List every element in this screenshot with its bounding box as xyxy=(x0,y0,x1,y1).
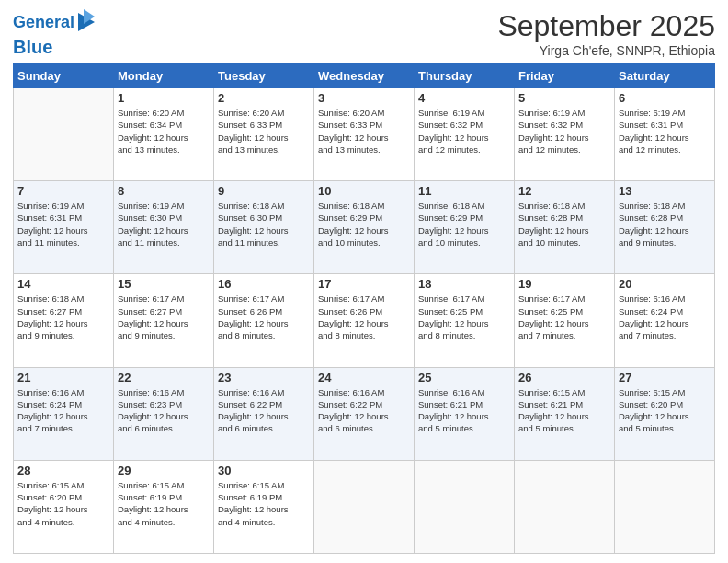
day-info: Sunrise: 6:16 AM Sunset: 6:24 PM Dayligh… xyxy=(619,293,711,341)
calendar-cell: 28Sunrise: 6:15 AM Sunset: 6:20 PM Dayli… xyxy=(14,460,114,553)
calendar-week-row: 21Sunrise: 6:16 AM Sunset: 6:24 PM Dayli… xyxy=(14,367,715,460)
calendar-table: SundayMondayTuesdayWednesdayThursdayFrid… xyxy=(13,63,715,554)
day-number: 26 xyxy=(518,371,610,385)
day-info: Sunrise: 6:17 AM Sunset: 6:25 PM Dayligh… xyxy=(418,293,510,341)
calendar-cell: 1Sunrise: 6:20 AM Sunset: 6:34 PM Daylig… xyxy=(114,88,214,181)
day-number: 3 xyxy=(318,91,410,105)
day-number: 2 xyxy=(218,91,310,105)
calendar-week-row: 1Sunrise: 6:20 AM Sunset: 6:34 PM Daylig… xyxy=(14,88,715,181)
day-number: 4 xyxy=(418,91,510,105)
day-info: Sunrise: 6:17 AM Sunset: 6:26 PM Dayligh… xyxy=(318,293,410,341)
calendar-cell: 7Sunrise: 6:19 AM Sunset: 6:31 PM Daylig… xyxy=(14,181,114,274)
day-info: Sunrise: 6:18 AM Sunset: 6:28 PM Dayligh… xyxy=(518,200,610,248)
day-number: 23 xyxy=(218,371,310,385)
calendar-cell: 20Sunrise: 6:16 AM Sunset: 6:24 PM Dayli… xyxy=(615,274,715,367)
calendar-cell: 11Sunrise: 6:18 AM Sunset: 6:29 PM Dayli… xyxy=(415,181,515,274)
weekday-header: Tuesday xyxy=(214,64,314,88)
day-info: Sunrise: 6:19 AM Sunset: 6:30 PM Dayligh… xyxy=(118,200,210,248)
day-number: 8 xyxy=(118,184,210,198)
calendar-cell: 12Sunrise: 6:18 AM Sunset: 6:28 PM Dayli… xyxy=(515,181,615,274)
logo-text: General xyxy=(13,14,74,32)
day-info: Sunrise: 6:16 AM Sunset: 6:23 PM Dayligh… xyxy=(118,386,210,435)
day-info: Sunrise: 6:16 AM Sunset: 6:24 PM Dayligh… xyxy=(17,386,109,435)
calendar-cell: 23Sunrise: 6:16 AM Sunset: 6:22 PM Dayli… xyxy=(214,367,314,460)
header: General Blue September 2025 Yirga Ch'efe… xyxy=(13,9,715,58)
weekday-header: Sunday xyxy=(14,64,114,88)
day-info: Sunrise: 6:20 AM Sunset: 6:33 PM Dayligh… xyxy=(318,107,410,155)
calendar-cell: 13Sunrise: 6:18 AM Sunset: 6:28 PM Dayli… xyxy=(615,181,715,274)
day-info: Sunrise: 6:19 AM Sunset: 6:32 PM Dayligh… xyxy=(518,107,610,155)
logo-blue: Blue xyxy=(13,37,52,57)
day-info: Sunrise: 6:15 AM Sunset: 6:21 PM Dayligh… xyxy=(518,386,610,435)
day-number: 25 xyxy=(418,371,510,385)
day-info: Sunrise: 6:19 AM Sunset: 6:31 PM Dayligh… xyxy=(17,200,109,248)
title-block: September 2025 Yirga Ch'efe, SNNPR, Ethi… xyxy=(497,9,715,58)
calendar-cell: 26Sunrise: 6:15 AM Sunset: 6:21 PM Dayli… xyxy=(515,367,615,460)
day-number: 13 xyxy=(619,184,711,198)
day-info: Sunrise: 6:16 AM Sunset: 6:22 PM Dayligh… xyxy=(218,386,310,435)
day-info: Sunrise: 6:15 AM Sunset: 6:20 PM Dayligh… xyxy=(619,386,711,435)
calendar-cell: 6Sunrise: 6:19 AM Sunset: 6:31 PM Daylig… xyxy=(615,88,715,181)
day-number: 12 xyxy=(518,184,610,198)
calendar-cell: 10Sunrise: 6:18 AM Sunset: 6:29 PM Dayli… xyxy=(314,181,415,274)
day-number: 14 xyxy=(17,277,109,291)
weekday-header: Wednesday xyxy=(314,64,415,88)
calendar-cell: 4Sunrise: 6:19 AM Sunset: 6:32 PM Daylig… xyxy=(415,88,515,181)
weekday-header: Friday xyxy=(515,64,615,88)
day-number: 24 xyxy=(318,371,410,385)
calendar-cell: 9Sunrise: 6:18 AM Sunset: 6:30 PM Daylig… xyxy=(214,181,314,274)
day-number: 16 xyxy=(218,277,310,291)
day-number: 1 xyxy=(118,91,210,105)
calendar-cell xyxy=(615,460,715,553)
calendar-cell xyxy=(314,460,415,553)
calendar-cell: 21Sunrise: 6:16 AM Sunset: 6:24 PM Dayli… xyxy=(14,367,114,460)
day-info: Sunrise: 6:15 AM Sunset: 6:20 PM Dayligh… xyxy=(17,479,109,528)
logo: General Blue xyxy=(13,9,97,57)
calendar-cell: 27Sunrise: 6:15 AM Sunset: 6:20 PM Dayli… xyxy=(615,367,715,460)
logo-icon xyxy=(76,9,97,35)
day-number: 30 xyxy=(218,464,310,477)
day-info: Sunrise: 6:19 AM Sunset: 6:31 PM Dayligh… xyxy=(619,107,711,155)
day-number: 22 xyxy=(118,371,210,385)
day-number: 28 xyxy=(17,464,109,477)
calendar-cell: 22Sunrise: 6:16 AM Sunset: 6:23 PM Dayli… xyxy=(114,367,214,460)
month-title: September 2025 xyxy=(497,9,715,43)
calendar-cell: 8Sunrise: 6:19 AM Sunset: 6:30 PM Daylig… xyxy=(114,181,214,274)
day-number: 18 xyxy=(418,277,510,291)
day-info: Sunrise: 6:18 AM Sunset: 6:30 PM Dayligh… xyxy=(218,200,310,248)
weekday-header: Monday xyxy=(114,64,214,88)
day-info: Sunrise: 6:15 AM Sunset: 6:19 PM Dayligh… xyxy=(118,479,210,528)
calendar-cell: 15Sunrise: 6:17 AM Sunset: 6:27 PM Dayli… xyxy=(114,274,214,367)
day-number: 10 xyxy=(318,184,410,198)
calendar-cell: 16Sunrise: 6:17 AM Sunset: 6:26 PM Dayli… xyxy=(214,274,314,367)
location: Yirga Ch'efe, SNNPR, Ethiopia xyxy=(497,43,715,58)
day-info: Sunrise: 6:20 AM Sunset: 6:33 PM Dayligh… xyxy=(218,107,310,155)
day-info: Sunrise: 6:17 AM Sunset: 6:26 PM Dayligh… xyxy=(218,293,310,341)
day-number: 7 xyxy=(17,184,109,198)
day-info: Sunrise: 6:18 AM Sunset: 6:27 PM Dayligh… xyxy=(17,293,109,341)
day-info: Sunrise: 6:15 AM Sunset: 6:19 PM Dayligh… xyxy=(218,479,310,528)
day-info: Sunrise: 6:20 AM Sunset: 6:34 PM Dayligh… xyxy=(118,107,210,155)
calendar-header-row: SundayMondayTuesdayWednesdayThursdayFrid… xyxy=(14,64,715,88)
calendar-cell: 2Sunrise: 6:20 AM Sunset: 6:33 PM Daylig… xyxy=(214,88,314,181)
calendar-week-row: 28Sunrise: 6:15 AM Sunset: 6:20 PM Dayli… xyxy=(14,460,715,553)
calendar-cell xyxy=(515,460,615,553)
day-info: Sunrise: 6:18 AM Sunset: 6:29 PM Dayligh… xyxy=(318,200,410,248)
calendar-cell: 19Sunrise: 6:17 AM Sunset: 6:25 PM Dayli… xyxy=(515,274,615,367)
calendar-cell: 14Sunrise: 6:18 AM Sunset: 6:27 PM Dayli… xyxy=(14,274,114,367)
day-info: Sunrise: 6:19 AM Sunset: 6:32 PM Dayligh… xyxy=(418,107,510,155)
day-number: 6 xyxy=(619,91,711,105)
day-info: Sunrise: 6:18 AM Sunset: 6:28 PM Dayligh… xyxy=(619,200,711,248)
calendar-cell: 3Sunrise: 6:20 AM Sunset: 6:33 PM Daylig… xyxy=(314,88,415,181)
day-number: 21 xyxy=(17,371,109,385)
calendar-cell xyxy=(14,88,114,181)
calendar-cell: 30Sunrise: 6:15 AM Sunset: 6:19 PM Dayli… xyxy=(214,460,314,553)
day-info: Sunrise: 6:17 AM Sunset: 6:25 PM Dayligh… xyxy=(518,293,610,341)
calendar-cell: 5Sunrise: 6:19 AM Sunset: 6:32 PM Daylig… xyxy=(515,88,615,181)
day-info: Sunrise: 6:16 AM Sunset: 6:21 PM Dayligh… xyxy=(418,386,510,435)
calendar-week-row: 7Sunrise: 6:19 AM Sunset: 6:31 PM Daylig… xyxy=(14,181,715,274)
day-number: 20 xyxy=(619,277,711,291)
calendar-cell: 17Sunrise: 6:17 AM Sunset: 6:26 PM Dayli… xyxy=(314,274,415,367)
weekday-header: Thursday xyxy=(415,64,515,88)
page: General Blue September 2025 Yirga Ch'efe… xyxy=(0,0,728,563)
